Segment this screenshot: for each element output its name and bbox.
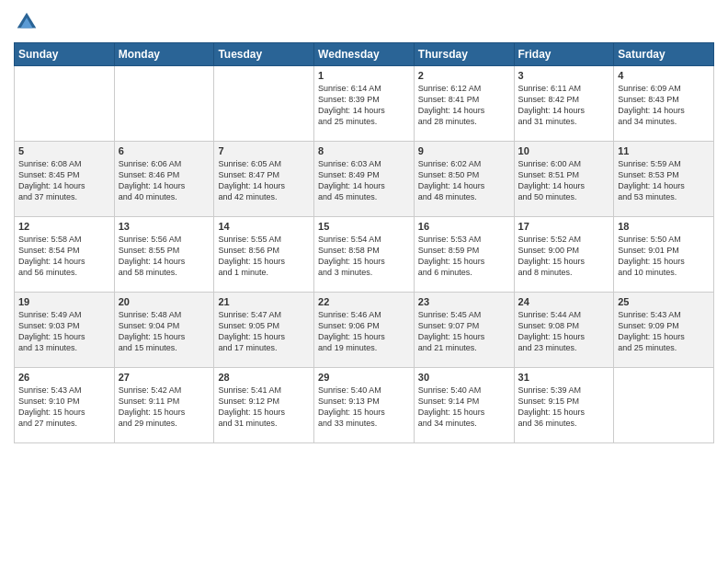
day-number: 31 bbox=[518, 372, 610, 383]
day-cell: 12Sunrise: 5:58 AM Sunset: 8:54 PM Dayli… bbox=[15, 217, 115, 293]
header bbox=[14, 9, 714, 35]
day-cell: 9Sunrise: 6:02 AM Sunset: 8:50 PM Daylig… bbox=[414, 142, 514, 217]
day-cell: 16Sunrise: 5:53 AM Sunset: 8:59 PM Dayli… bbox=[414, 217, 514, 293]
day-info: Sunrise: 5:48 AM Sunset: 9:04 PM Dayligh… bbox=[119, 309, 210, 354]
day-info: Sunrise: 5:40 AM Sunset: 9:13 PM Dayligh… bbox=[318, 385, 410, 430]
day-cell: 28Sunrise: 5:41 AM Sunset: 9:12 PM Dayli… bbox=[214, 368, 314, 443]
day-cell: 7Sunrise: 6:05 AM Sunset: 8:47 PM Daylig… bbox=[214, 142, 314, 217]
day-cell: 24Sunrise: 5:44 AM Sunset: 9:08 PM Dayli… bbox=[514, 293, 614, 368]
day-number: 9 bbox=[418, 145, 510, 156]
day-info: Sunrise: 5:47 AM Sunset: 9:05 PM Dayligh… bbox=[218, 309, 310, 354]
day-info: Sunrise: 6:12 AM Sunset: 8:41 PM Dayligh… bbox=[418, 83, 510, 128]
day-cell: 26Sunrise: 5:43 AM Sunset: 9:10 PM Dayli… bbox=[15, 368, 115, 443]
day-number: 7 bbox=[218, 145, 310, 156]
day-cell: 25Sunrise: 5:43 AM Sunset: 9:09 PM Dayli… bbox=[614, 293, 714, 368]
day-number: 22 bbox=[318, 296, 410, 307]
day-info: Sunrise: 5:55 AM Sunset: 8:56 PM Dayligh… bbox=[218, 234, 310, 279]
day-cell: 22Sunrise: 5:46 AM Sunset: 9:06 PM Dayli… bbox=[314, 293, 415, 368]
day-cell: 2Sunrise: 6:12 AM Sunset: 8:41 PM Daylig… bbox=[414, 66, 514, 142]
day-cell bbox=[15, 66, 115, 142]
day-info: Sunrise: 5:53 AM Sunset: 8:59 PM Dayligh… bbox=[418, 234, 510, 279]
day-number: 18 bbox=[618, 221, 710, 232]
day-number: 8 bbox=[318, 145, 410, 156]
weekday-header-sunday: Sunday bbox=[15, 43, 115, 66]
week-row-1: 1Sunrise: 6:14 AM Sunset: 8:39 PM Daylig… bbox=[15, 66, 714, 142]
calendar-table: SundayMondayTuesdayWednesdayThursdayFrid… bbox=[14, 42, 714, 443]
day-number: 11 bbox=[618, 145, 710, 156]
day-number: 6 bbox=[119, 145, 210, 156]
day-number: 21 bbox=[218, 296, 310, 307]
day-number: 4 bbox=[618, 70, 710, 81]
day-info: Sunrise: 6:09 AM Sunset: 8:43 PM Dayligh… bbox=[618, 83, 710, 128]
day-cell: 30Sunrise: 5:40 AM Sunset: 9:14 PM Dayli… bbox=[414, 368, 514, 443]
day-number: 14 bbox=[218, 221, 310, 232]
logo bbox=[14, 9, 43, 35]
day-number: 10 bbox=[518, 145, 610, 156]
day-info: Sunrise: 6:06 AM Sunset: 8:46 PM Dayligh… bbox=[119, 158, 210, 203]
day-number: 3 bbox=[518, 70, 610, 81]
day-number: 20 bbox=[119, 296, 210, 307]
day-info: Sunrise: 5:40 AM Sunset: 9:14 PM Dayligh… bbox=[418, 385, 510, 430]
day-info: Sunrise: 6:05 AM Sunset: 8:47 PM Dayligh… bbox=[218, 158, 310, 203]
day-cell: 21Sunrise: 5:47 AM Sunset: 9:05 PM Dayli… bbox=[214, 293, 314, 368]
day-info: Sunrise: 5:43 AM Sunset: 9:10 PM Dayligh… bbox=[18, 385, 110, 430]
day-info: Sunrise: 5:50 AM Sunset: 9:01 PM Dayligh… bbox=[618, 234, 710, 279]
day-info: Sunrise: 5:39 AM Sunset: 9:15 PM Dayligh… bbox=[518, 385, 610, 430]
day-number: 19 bbox=[18, 296, 110, 307]
day-number: 5 bbox=[18, 145, 110, 156]
day-cell: 3Sunrise: 6:11 AM Sunset: 8:42 PM Daylig… bbox=[514, 66, 614, 142]
day-number: 13 bbox=[119, 221, 210, 232]
day-info: Sunrise: 6:08 AM Sunset: 8:45 PM Dayligh… bbox=[18, 158, 110, 203]
day-info: Sunrise: 5:44 AM Sunset: 9:08 PM Dayligh… bbox=[518, 309, 610, 354]
day-info: Sunrise: 5:42 AM Sunset: 9:11 PM Dayligh… bbox=[119, 385, 210, 430]
weekday-header-wednesday: Wednesday bbox=[314, 43, 415, 66]
day-info: Sunrise: 6:00 AM Sunset: 8:51 PM Dayligh… bbox=[518, 158, 610, 203]
day-cell: 14Sunrise: 5:55 AM Sunset: 8:56 PM Dayli… bbox=[214, 217, 314, 293]
day-number: 30 bbox=[418, 372, 510, 383]
day-number: 15 bbox=[318, 221, 410, 232]
day-info: Sunrise: 6:03 AM Sunset: 8:49 PM Dayligh… bbox=[318, 158, 410, 203]
day-number: 16 bbox=[418, 221, 510, 232]
week-row-4: 19Sunrise: 5:49 AM Sunset: 9:03 PM Dayli… bbox=[15, 293, 714, 368]
day-info: Sunrise: 5:52 AM Sunset: 9:00 PM Dayligh… bbox=[518, 234, 610, 279]
weekday-header-tuesday: Tuesday bbox=[214, 43, 314, 66]
day-cell: 10Sunrise: 6:00 AM Sunset: 8:51 PM Dayli… bbox=[514, 142, 614, 217]
day-info: Sunrise: 6:02 AM Sunset: 8:50 PM Dayligh… bbox=[418, 158, 510, 203]
week-row-5: 26Sunrise: 5:43 AM Sunset: 9:10 PM Dayli… bbox=[15, 368, 714, 443]
day-info: Sunrise: 5:56 AM Sunset: 8:55 PM Dayligh… bbox=[119, 234, 210, 279]
day-cell: 18Sunrise: 5:50 AM Sunset: 9:01 PM Dayli… bbox=[614, 217, 714, 293]
day-info: Sunrise: 5:45 AM Sunset: 9:07 PM Dayligh… bbox=[418, 309, 510, 354]
logo-icon bbox=[14, 9, 40, 35]
day-info: Sunrise: 6:14 AM Sunset: 8:39 PM Dayligh… bbox=[318, 83, 410, 128]
day-number: 1 bbox=[318, 70, 410, 81]
day-info: Sunrise: 5:49 AM Sunset: 9:03 PM Dayligh… bbox=[18, 309, 110, 354]
weekday-header-friday: Friday bbox=[514, 43, 614, 66]
day-number: 23 bbox=[418, 296, 510, 307]
day-info: Sunrise: 5:43 AM Sunset: 9:09 PM Dayligh… bbox=[618, 309, 710, 354]
day-cell bbox=[114, 66, 214, 142]
day-number: 26 bbox=[18, 372, 110, 383]
day-number: 29 bbox=[318, 372, 410, 383]
weekday-header-saturday: Saturday bbox=[614, 43, 714, 66]
day-number: 28 bbox=[218, 372, 310, 383]
weekday-header-row: SundayMondayTuesdayWednesdayThursdayFrid… bbox=[15, 43, 714, 66]
day-number: 27 bbox=[119, 372, 210, 383]
weekday-header-monday: Monday bbox=[114, 43, 214, 66]
day-cell: 6Sunrise: 6:06 AM Sunset: 8:46 PM Daylig… bbox=[114, 142, 214, 217]
day-info: Sunrise: 5:59 AM Sunset: 8:53 PM Dayligh… bbox=[618, 158, 710, 203]
day-cell bbox=[614, 368, 714, 443]
day-cell: 15Sunrise: 5:54 AM Sunset: 8:58 PM Dayli… bbox=[314, 217, 415, 293]
weekday-header-thursday: Thursday bbox=[414, 43, 514, 66]
day-cell: 11Sunrise: 5:59 AM Sunset: 8:53 PM Dayli… bbox=[614, 142, 714, 217]
day-cell: 5Sunrise: 6:08 AM Sunset: 8:45 PM Daylig… bbox=[15, 142, 115, 217]
day-cell: 19Sunrise: 5:49 AM Sunset: 9:03 PM Dayli… bbox=[15, 293, 115, 368]
day-info: Sunrise: 5:54 AM Sunset: 8:58 PM Dayligh… bbox=[318, 234, 410, 279]
day-cell: 31Sunrise: 5:39 AM Sunset: 9:15 PM Dayli… bbox=[514, 368, 614, 443]
day-info: Sunrise: 5:46 AM Sunset: 9:06 PM Dayligh… bbox=[318, 309, 410, 354]
day-cell: 20Sunrise: 5:48 AM Sunset: 9:04 PM Dayli… bbox=[114, 293, 214, 368]
day-number: 2 bbox=[418, 70, 510, 81]
day-number: 17 bbox=[518, 221, 610, 232]
day-number: 12 bbox=[18, 221, 110, 232]
day-cell: 1Sunrise: 6:14 AM Sunset: 8:39 PM Daylig… bbox=[314, 66, 415, 142]
day-cell: 23Sunrise: 5:45 AM Sunset: 9:07 PM Dayli… bbox=[414, 293, 514, 368]
